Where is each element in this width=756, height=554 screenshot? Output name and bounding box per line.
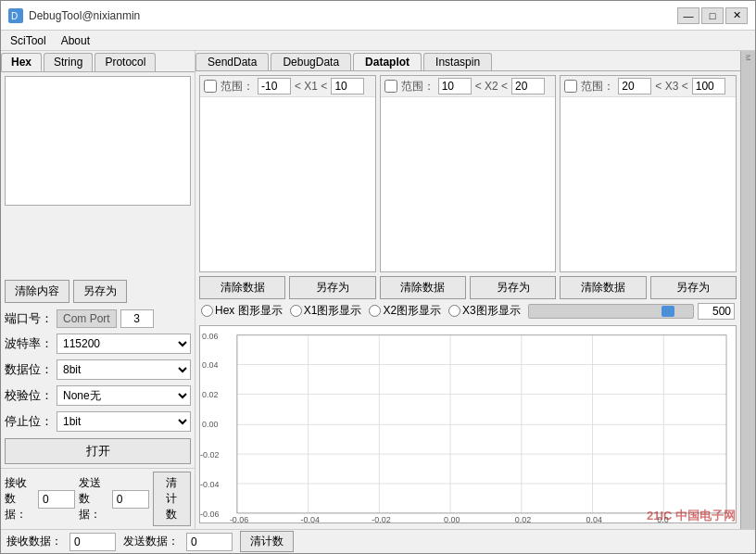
right-panel: SendData DebugData Dataplot Instaspin 范围… [195, 51, 740, 529]
tab-dataplot[interactable]: Dataplot [353, 53, 422, 70]
left-buttons-row: 清除内容 另存为 [1, 276, 195, 307]
svg-text:0.06: 0.06 [202, 331, 219, 340]
title-text: DebugTool@nixianmin [29, 9, 140, 22]
save-as-button[interactable]: 另存为 [73, 280, 127, 303]
left-content-area [1, 72, 195, 276]
parity-label: 校验位： [5, 387, 53, 404]
x1-header: 范围： < X1 < [200, 76, 375, 96]
dataplot-content: 范围： < X1 < 范围： < X2 < [195, 71, 740, 529]
chart-svg: 0.06 0.04 0.02 0.00 -0.02 -0.04 -0.06 -0… [200, 326, 736, 523]
x3-min-input[interactable] [618, 78, 651, 94]
send-input[interactable] [112, 490, 149, 509]
status-row: 接收数据： 发送数据： 清计数 [1, 468, 195, 529]
clear-data-x1[interactable]: 清除数据 [199, 276, 285, 299]
close-button[interactable]: ✕ [725, 7, 748, 24]
slider-track[interactable] [528, 304, 694, 319]
tab-instaspin[interactable]: Instaspin [423, 53, 492, 70]
parity-select[interactable]: None无 Odd奇 Even偶 [57, 385, 191, 406]
databit-row: 数据位： 8bit 5bit 6bit 7bit [1, 357, 195, 383]
clear-data-x3[interactable]: 清除数据 [560, 276, 646, 299]
radio-x2[interactable]: X2图形显示 [369, 303, 441, 319]
x2-max-input[interactable] [511, 78, 545, 94]
tab-debugdata[interactable]: DebugData [271, 53, 351, 70]
svg-text:-0.02: -0.02 [372, 515, 391, 523]
title-bar: D DebugTool@nixianmin — □ ✕ [1, 1, 755, 31]
save-x3[interactable]: 另存为 [650, 276, 737, 299]
slider-value-input[interactable] [698, 303, 735, 320]
stopbit-row: 停止位： 1bit 1.5bit 2bit [1, 409, 195, 434]
clear-content-button[interactable]: 清除内容 [5, 280, 69, 303]
x3-range-label: 范围： [581, 79, 614, 94]
chart-area: 0.06 0.04 0.02 0.00 -0.02 -0.04 -0.06 -0… [199, 325, 737, 524]
x1-data-area [200, 96, 375, 271]
main-area: Hex String Protocol 清除内容 另存为 端口号： Com Po… [1, 51, 755, 529]
svg-text:0.02: 0.02 [202, 390, 219, 399]
baud-label: 波特率： [5, 335, 53, 352]
radio-x1-label: X1图形显示 [304, 303, 362, 319]
tab-senddata[interactable]: SendData [195, 53, 269, 70]
stopbit-select[interactable]: 1bit 1.5bit 2bit [57, 411, 191, 432]
svg-text:-0.02: -0.02 [200, 450, 220, 460]
open-btn-row: 打开 [1, 434, 195, 468]
svg-text:0.00: 0.00 [202, 420, 219, 429]
hex-textarea[interactable] [5, 76, 191, 206]
databit-select[interactable]: 8bit 5bit 6bit 7bit [57, 359, 191, 380]
app-icon: D [8, 8, 23, 23]
x2-min-input[interactable] [438, 78, 472, 94]
port-row: 端口号： Com Port 3 [1, 307, 195, 331]
x2-data-area [381, 96, 556, 271]
x1-range-label: 范围： [220, 79, 254, 94]
com-port-label: Com Port [57, 309, 117, 328]
clear-count-bottom-button[interactable]: 清计数 [240, 531, 294, 552]
radio-x1[interactable]: X1图形显示 [290, 303, 362, 319]
svg-text:-0.06: -0.06 [230, 515, 249, 523]
svg-text:-0.06: -0.06 [200, 509, 220, 518]
x2-range-checkbox[interactable] [384, 80, 397, 93]
save-x1[interactable]: 另存为 [289, 276, 375, 299]
data-col-x2: 范围： < X2 < [380, 75, 557, 272]
stopbit-label: 停止位： [5, 413, 53, 430]
x1-range-checkbox[interactable] [204, 80, 217, 93]
svg-text:-0.04: -0.04 [301, 515, 321, 523]
recv-input[interactable] [38, 490, 75, 509]
radio-x3[interactable]: X3图形显示 [448, 303, 521, 319]
radio-hex[interactable]: Hex 图形显示 [201, 303, 283, 319]
maximize-button[interactable]: □ [701, 7, 724, 24]
svg-text:-0.04: -0.04 [200, 479, 220, 488]
open-port-button[interactable]: 打开 [5, 438, 191, 464]
menu-scitool[interactable]: SciTool [5, 33, 52, 48]
x1-max-input[interactable] [331, 78, 364, 94]
x3-lt-label: < X3 < [655, 80, 687, 93]
data-col-x3: 范围： < X3 < [560, 75, 737, 272]
save-x2[interactable]: 另存为 [470, 276, 556, 299]
x3-range-checkbox[interactable] [564, 80, 577, 93]
svg-text:0.04: 0.04 [586, 515, 603, 523]
baud-select[interactable]: 115200 9600 19200 38400 57600 230400 [57, 334, 191, 354]
far-right-strip: M [740, 51, 755, 529]
data-col-x1: 范围： < X1 < [199, 75, 376, 272]
baud-row: 波特率： 115200 9600 19200 38400 57600 23040… [1, 331, 195, 357]
x1-min-input[interactable] [258, 78, 291, 94]
slider-container [528, 303, 735, 320]
bottom-bar: 接收数据： 发送数据： 清计数 [1, 529, 755, 553]
tab-protocol[interactable]: Protocol [94, 53, 156, 71]
clear-data-x2[interactable]: 清除数据 [380, 276, 466, 299]
radio-x2-label: X2图形显示 [383, 303, 441, 319]
minimize-button[interactable]: — [677, 7, 699, 24]
radio-slider-row: Hex 图形显示 X1图形显示 X2图形显示 X3图形显示 [199, 299, 737, 323]
port-number: 3 [120, 309, 154, 328]
svg-text:0.02: 0.02 [515, 515, 532, 523]
x2-range-label: 范围： [401, 79, 435, 94]
menu-about[interactable]: About [56, 33, 95, 48]
x3-header: 范围： < X3 < [561, 76, 736, 96]
send-bottom-input[interactable] [186, 533, 233, 551]
main-window: D DebugTool@nixianmin — □ ✕ SciTool Abou… [0, 0, 756, 554]
clear-count-button[interactable]: 清计数 [153, 472, 191, 526]
tab-string[interactable]: String [44, 53, 93, 71]
recv-bottom-input[interactable] [69, 533, 116, 551]
x3-max-input[interactable] [692, 78, 725, 94]
slider-thumb [662, 306, 674, 317]
left-tabs: Hex String Protocol [1, 51, 195, 72]
svg-text:0.04: 0.04 [202, 360, 219, 370]
tab-hex[interactable]: Hex [1, 53, 42, 71]
